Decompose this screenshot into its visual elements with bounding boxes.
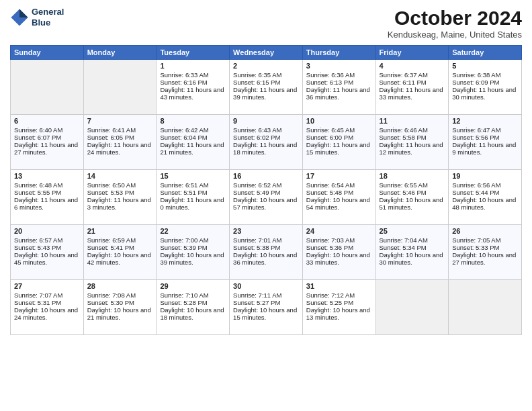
col-header-wednesday: Wednesday <box>230 46 303 60</box>
daylight-text: Daylight: 10 hours and 42 minutes. <box>87 251 153 266</box>
sunset-text: Sunset: 5:49 PM <box>233 189 299 196</box>
sunset-text: Sunset: 5:30 PM <box>87 299 153 306</box>
sunset-text: Sunset: 5:51 PM <box>160 189 226 196</box>
sunrise-text: Sunrise: 6:57 AM <box>14 236 80 244</box>
svg-marker-1 <box>19 9 28 17</box>
day-number: 12 <box>452 117 518 125</box>
daylight-text: Daylight: 10 hours and 48 minutes. <box>452 196 518 211</box>
calendar-cell: 20Sunrise: 6:57 AMSunset: 5:43 PMDayligh… <box>11 225 84 280</box>
calendar-cell: 8Sunrise: 6:42 AMSunset: 6:04 PMDaylight… <box>157 115 230 170</box>
week-row-3: 13Sunrise: 6:48 AMSunset: 5:55 PMDayligh… <box>11 170 522 225</box>
day-number: 10 <box>306 117 372 125</box>
calendar-cell: 26Sunrise: 7:05 AMSunset: 5:33 PMDayligh… <box>449 225 522 280</box>
daylight-text: Daylight: 11 hours and 24 minutes. <box>87 141 153 156</box>
logo: General Blue <box>10 7 64 28</box>
main-title: October 2024 <box>388 7 522 30</box>
day-number: 6 <box>14 117 80 125</box>
sunrise-text: Sunrise: 6:41 AM <box>87 126 153 134</box>
calendar-cell: 10Sunrise: 6:45 AMSunset: 6:00 PMDayligh… <box>302 115 375 170</box>
calendar-cell: 3Sunrise: 6:36 AMSunset: 6:13 PMDaylight… <box>302 60 375 115</box>
day-number: 25 <box>380 227 445 235</box>
sunset-text: Sunset: 5:31 PM <box>14 299 80 306</box>
calendar-cell: 19Sunrise: 6:56 AMSunset: 5:44 PMDayligh… <box>449 170 522 225</box>
calendar-table: SundayMondayTuesdayWednesdayThursdayFrid… <box>10 45 522 335</box>
logo-line1: General <box>32 7 64 17</box>
sunset-text: Sunset: 6:07 PM <box>14 134 80 141</box>
calendar-cell <box>375 280 449 335</box>
sunrise-text: Sunrise: 6:36 AM <box>306 71 372 79</box>
day-number: 28 <box>87 282 153 290</box>
sunrise-text: Sunrise: 7:11 AM <box>233 291 299 299</box>
calendar-cell: 21Sunrise: 6:59 AMSunset: 5:41 PMDayligh… <box>83 225 157 280</box>
sunset-text: Sunset: 5:36 PM <box>306 244 372 251</box>
sunrise-text: Sunrise: 6:47 AM <box>452 126 518 134</box>
calendar-cell: 23Sunrise: 7:01 AMSunset: 5:38 PMDayligh… <box>230 225 303 280</box>
day-number: 22 <box>160 227 226 235</box>
daylight-text: Daylight: 10 hours and 27 minutes. <box>452 251 518 266</box>
sunset-text: Sunset: 5:48 PM <box>306 189 372 196</box>
calendar-cell <box>11 60 84 115</box>
sunset-text: Sunset: 6:05 PM <box>87 134 153 141</box>
daylight-text: Daylight: 11 hours and 9 minutes. <box>452 141 518 156</box>
sunset-text: Sunset: 5:58 PM <box>380 134 445 141</box>
daylight-text: Daylight: 11 hours and 36 minutes. <box>306 86 372 101</box>
sunset-text: Sunset: 5:28 PM <box>160 299 226 306</box>
sunset-text: Sunset: 5:53 PM <box>87 189 153 196</box>
week-row-1: 1Sunrise: 6:33 AMSunset: 6:16 PMDaylight… <box>11 60 522 115</box>
sunset-text: Sunset: 6:04 PM <box>160 134 226 141</box>
sunset-text: Sunset: 5:38 PM <box>233 244 299 251</box>
sunrise-text: Sunrise: 6:55 AM <box>380 181 445 189</box>
title-block: October 2024 Kenduskeag, Maine, United S… <box>388 7 522 40</box>
daylight-text: Daylight: 11 hours and 27 minutes. <box>14 141 80 156</box>
daylight-text: Daylight: 10 hours and 57 minutes. <box>233 196 299 211</box>
daylight-text: Daylight: 10 hours and 33 minutes. <box>306 251 372 266</box>
daylight-text: Daylight: 11 hours and 12 minutes. <box>380 141 445 156</box>
daylight-text: Daylight: 10 hours and 54 minutes. <box>306 196 372 211</box>
calendar-cell: 30Sunrise: 7:11 AMSunset: 5:27 PMDayligh… <box>230 280 303 335</box>
sunset-text: Sunset: 5:25 PM <box>306 299 372 306</box>
day-number: 31 <box>306 282 372 290</box>
sunset-text: Sunset: 6:02 PM <box>233 134 299 141</box>
sunrise-text: Sunrise: 6:43 AM <box>233 126 299 134</box>
daylight-text: Daylight: 10 hours and 30 minutes. <box>380 251 445 266</box>
calendar-cell: 9Sunrise: 6:43 AMSunset: 6:02 PMDaylight… <box>230 115 303 170</box>
calendar-cell: 4Sunrise: 6:37 AMSunset: 6:11 PMDaylight… <box>375 60 449 115</box>
day-number: 27 <box>14 282 80 290</box>
sunrise-text: Sunrise: 7:03 AM <box>306 236 372 244</box>
day-number: 1 <box>160 62 226 70</box>
calendar-cell: 13Sunrise: 6:48 AMSunset: 5:55 PMDayligh… <box>11 170 84 225</box>
sunset-text: Sunset: 5:46 PM <box>380 189 445 196</box>
sunset-text: Sunset: 5:44 PM <box>452 189 518 196</box>
col-header-friday: Friday <box>375 46 449 60</box>
col-header-thursday: Thursday <box>302 46 375 60</box>
day-number: 18 <box>380 172 445 180</box>
day-number: 30 <box>233 282 299 290</box>
sunset-text: Sunset: 5:55 PM <box>14 189 80 196</box>
calendar-cell: 11Sunrise: 6:46 AMSunset: 5:58 PMDayligh… <box>375 115 449 170</box>
sunset-text: Sunset: 5:33 PM <box>452 244 518 251</box>
sunrise-text: Sunrise: 7:00 AM <box>160 236 226 244</box>
day-number: 24 <box>306 227 372 235</box>
sunrise-text: Sunrise: 7:04 AM <box>380 236 445 244</box>
day-number: 7 <box>87 117 153 125</box>
calendar-cell: 18Sunrise: 6:55 AMSunset: 5:46 PMDayligh… <box>375 170 449 225</box>
daylight-text: Daylight: 11 hours and 15 minutes. <box>306 141 372 156</box>
page: General Blue October 2024 Kenduskeag, Ma… <box>0 0 532 411</box>
calendar-cell: 22Sunrise: 7:00 AMSunset: 5:39 PMDayligh… <box>157 225 230 280</box>
sunrise-text: Sunrise: 6:33 AM <box>160 71 226 79</box>
day-number: 19 <box>452 172 518 180</box>
day-number: 29 <box>160 282 226 290</box>
week-row-5: 27Sunrise: 7:07 AMSunset: 5:31 PMDayligh… <box>11 280 522 335</box>
calendar-cell: 5Sunrise: 6:38 AMSunset: 6:09 PMDaylight… <box>449 60 522 115</box>
sunrise-text: Sunrise: 6:50 AM <box>87 181 153 189</box>
daylight-text: Daylight: 10 hours and 15 minutes. <box>233 306 299 321</box>
sunset-text: Sunset: 5:27 PM <box>233 299 299 306</box>
col-header-sunday: Sunday <box>11 46 84 60</box>
day-number: 4 <box>380 62 445 70</box>
calendar-cell: 16Sunrise: 6:52 AMSunset: 5:49 PMDayligh… <box>230 170 303 225</box>
sunrise-text: Sunrise: 6:51 AM <box>160 181 226 189</box>
day-number: 16 <box>233 172 299 180</box>
calendar-cell: 25Sunrise: 7:04 AMSunset: 5:34 PMDayligh… <box>375 225 449 280</box>
calendar-cell: 15Sunrise: 6:51 AMSunset: 5:51 PMDayligh… <box>157 170 230 225</box>
sunset-text: Sunset: 6:15 PM <box>233 79 299 86</box>
